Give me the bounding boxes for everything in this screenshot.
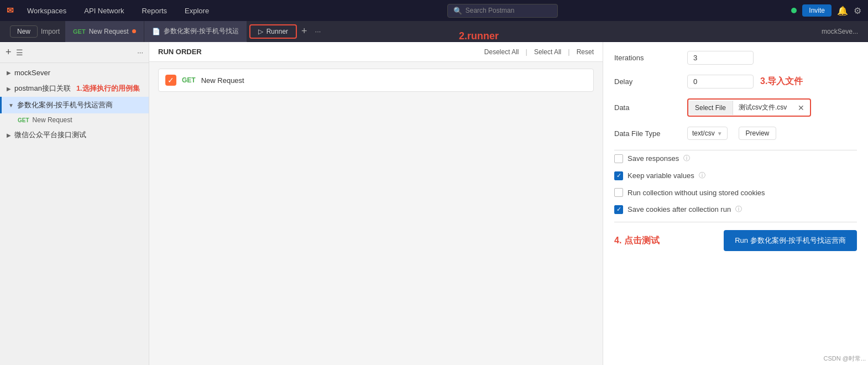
- run-without-cookies-label: Run collection without using stored cook…: [628, 189, 765, 197]
- run-without-cookies-checkbox[interactable]: [614, 188, 623, 197]
- search-placeholder: Search Postman: [466, 7, 515, 14]
- file-name-display: 测试csv文件.csv: [733, 100, 792, 116]
- annotation-3: 3.导入文件: [760, 76, 803, 87]
- api-network-menu[interactable]: API Network: [80, 4, 128, 17]
- iterations-row: Iterations: [614, 51, 857, 65]
- data-select-container: Select File 测试csv文件.csv ✕: [687, 98, 811, 117]
- tab-dot: [132, 29, 136, 33]
- run-item-checkbox[interactable]: ✓: [165, 75, 176, 86]
- tab-name: New Request: [89, 28, 129, 35]
- run-item-name: New Request: [201, 76, 244, 85]
- data-file-type-row: Data File Type text/csv ▼ Preview: [614, 127, 857, 140]
- save-cookies-checkbox[interactable]: ✓: [614, 205, 623, 214]
- tab-param-case[interactable]: 📄 参数化案例-按手机号找运: [144, 21, 247, 42]
- sidebar-item-postman[interactable]: ▶ postman接口关联 1.选择执行的用例集: [0, 80, 149, 97]
- select-all-button[interactable]: Select All: [534, 48, 561, 56]
- save-responses-label: Save responses: [628, 154, 679, 163]
- sidebar-item-label-wechat: 微信公众平台接口测试: [14, 130, 86, 140]
- tab-bar-left: New Import: [4, 25, 65, 38]
- table-row: ✓ GET New Request: [158, 69, 594, 92]
- collapse-arrow-param: ▼: [8, 102, 14, 108]
- sidebar-item-wechat[interactable]: ▶ 微信公众平台接口测试: [0, 127, 149, 143]
- runner-tab[interactable]: ▷ Runner: [249, 24, 297, 39]
- annotation-4: 4. 点击测试: [614, 235, 660, 247]
- runner-annotation: 2.runner: [459, 30, 499, 42]
- sidebar-item-label: mockSever: [14, 69, 50, 77]
- new-button[interactable]: New: [10, 25, 38, 38]
- delay-input[interactable]: [687, 75, 754, 88]
- search-bar[interactable]: 🔍 Search Postman: [447, 4, 558, 18]
- save-responses-info-icon[interactable]: ⓘ: [683, 154, 690, 163]
- save-cookies-row: ✓ Save cookies after collection run ⓘ: [614, 205, 857, 214]
- sidebar-sub-item-new-request[interactable]: GET New Request: [0, 113, 149, 127]
- top-nav: ✉ Workspaces API Network Reports Explore…: [0, 0, 868, 21]
- import-button[interactable]: Import: [41, 28, 60, 35]
- run-order-title: RUN ORDER: [158, 48, 202, 56]
- invite-button[interactable]: Invite: [802, 4, 832, 17]
- reset-button[interactable]: Reset: [577, 48, 594, 56]
- save-responses-row: Save responses ⓘ: [614, 154, 857, 163]
- chevron-down-icon: ▼: [717, 131, 723, 137]
- tab-bar: New Import GET New Request 📄 参数化案例-按手机号找…: [0, 21, 868, 42]
- explore-menu[interactable]: Explore: [180, 4, 213, 17]
- sub-item-label: New Request: [33, 116, 72, 124]
- collapse-arrow-postman: ▶: [7, 86, 11, 92]
- annotation-1: 1.选择执行的用例集: [76, 84, 140, 93]
- workspace-label: mockSeve...: [822, 28, 864, 35]
- save-cookies-label: Save cookies after collection run: [628, 205, 731, 213]
- right-panel: Iterations Delay 3.导入文件 Data Select File…: [603, 42, 868, 365]
- sidebar-toolbar: + ☰ ···: [0, 42, 149, 63]
- save-cookies-info-icon[interactable]: ⓘ: [735, 205, 742, 214]
- keep-variable-label: Keep variable values: [628, 171, 694, 180]
- file-type-value: text/csv: [692, 129, 715, 137]
- top-nav-right: Invite 🔔 ⚙: [791, 4, 861, 17]
- save-responses-checkbox[interactable]: [614, 154, 623, 163]
- sub-method-tag: GET: [18, 117, 29, 123]
- run-collection-button[interactable]: Run 参数化案例-按手机号找运营商: [724, 230, 857, 251]
- sidebar-item-label-postman: postman接口关联: [14, 84, 71, 93]
- file-close-button[interactable]: ✕: [792, 100, 810, 116]
- data-label: Data: [614, 103, 681, 112]
- sidebar-add-button[interactable]: +: [6, 46, 12, 58]
- main-layout: + ☰ ··· ▶ mockSever ▶ postman接口关联 1.选择执行…: [0, 42, 868, 365]
- tab-icon: 📄: [152, 28, 160, 35]
- keep-variable-info-icon[interactable]: ⓘ: [699, 171, 705, 180]
- tab-param-name: 参数化案例-按手机号找运: [164, 27, 239, 36]
- delay-label: Delay: [614, 77, 681, 86]
- data-row: Data Select File 测试csv文件.csv ✕: [614, 98, 857, 117]
- file-type-select[interactable]: text/csv ▼: [687, 127, 728, 140]
- reports-menu[interactable]: Reports: [138, 4, 172, 17]
- keep-variable-checkbox[interactable]: ✓: [614, 171, 623, 180]
- iterations-input[interactable]: [687, 51, 754, 65]
- tab-new-request[interactable]: GET New Request: [65, 21, 144, 42]
- sidebar-item-param-case[interactable]: ▼ 参数化案例-按手机号找运营商: [0, 97, 149, 113]
- sidebar-item-label-param: 参数化案例-按手机号找运营商: [17, 100, 113, 110]
- deselect-all-button[interactable]: Deselect All: [484, 48, 519, 56]
- bell-icon[interactable]: 🔔: [837, 6, 848, 16]
- keep-variable-row: ✓ Keep variable values ⓘ: [614, 171, 857, 180]
- select-file-button[interactable]: Select File: [688, 101, 733, 115]
- content-area: RUN ORDER Deselect All | Select All | Re…: [149, 42, 603, 365]
- divider-1: [614, 150, 857, 150]
- add-tab-button[interactable]: +: [297, 25, 312, 37]
- delay-row: Delay 3.导入文件: [614, 75, 857, 88]
- run-list: ✓ GET New Request: [149, 62, 603, 365]
- run-without-cookies-row: Run collection without using stored cook…: [614, 188, 857, 197]
- sidebar-items: ▶ mockSever ▶ postman接口关联 1.选择执行的用例集 ▼ 参…: [0, 63, 149, 365]
- preview-button[interactable]: Preview: [739, 127, 777, 140]
- data-file-type-label: Data File Type: [614, 129, 681, 138]
- sidebar-list-icon[interactable]: ☰: [16, 48, 23, 57]
- brand-logo: ✉: [7, 6, 14, 15]
- iterations-label: Iterations: [614, 54, 681, 62]
- tab-overflow-button[interactable]: ···: [312, 27, 325, 35]
- collapse-arrow-wechat: ▶: [7, 132, 11, 138]
- sidebar-item-mocksever[interactable]: ▶ mockSever: [0, 65, 149, 80]
- tab-method: GET: [73, 28, 86, 35]
- divider-2: [614, 222, 857, 222]
- csdn-watermark: CSDN @时常...: [823, 354, 866, 363]
- search-icon: 🔍: [453, 7, 462, 15]
- sidebar-more-button[interactable]: ···: [137, 48, 143, 56]
- settings-icon[interactable]: ⚙: [854, 6, 861, 16]
- runner-play-icon: ▷: [258, 28, 263, 35]
- workspaces-menu[interactable]: Workspaces: [23, 4, 71, 17]
